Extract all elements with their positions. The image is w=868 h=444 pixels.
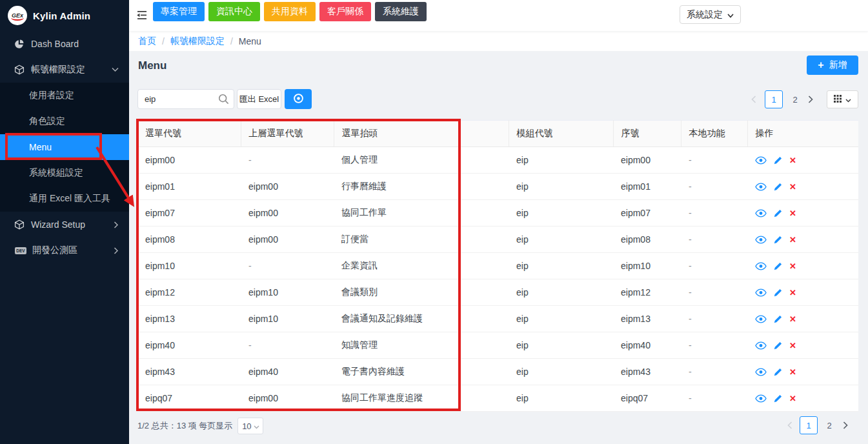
cell-local-function: - (681, 227, 747, 253)
edit-pencil-icon[interactable] (774, 183, 782, 191)
delete-x-icon[interactable]: ✕ (789, 209, 796, 217)
module-button-project[interactable]: 專案管理 (153, 2, 205, 21)
cell-menu-code: eipm10 (137, 253, 241, 279)
sidebar-item-role-settings[interactable]: 角色設定 (0, 108, 129, 134)
cell-menu-title: 會議通知及記錄維護 (334, 306, 509, 332)
app-logo: GEx (8, 6, 27, 25)
cell-menu-title: 行事曆維護 (334, 174, 509, 200)
col-header-menu-title: 選單抬頭 (334, 121, 509, 147)
sidebar-item-excel-import-tool[interactable]: 通用 Excel 匯入工具 (0, 186, 129, 212)
cell-module-code: eip (509, 200, 613, 227)
search-icon[interactable] (218, 94, 229, 106)
add-button[interactable]: + 新增 (807, 56, 858, 75)
pagination-top-page-2[interactable]: 2 (786, 90, 804, 108)
cell-menu-code: eipm01 (137, 174, 241, 200)
system-settings-dropdown[interactable]: 系統設定 (680, 5, 741, 24)
delete-x-icon[interactable]: ✕ (789, 315, 796, 323)
view-eye-icon[interactable] (755, 288, 767, 297)
edit-pencil-icon[interactable] (774, 156, 782, 165)
cell-module-code: eip (509, 253, 613, 279)
edit-pencil-icon[interactable] (774, 236, 782, 244)
delete-x-icon[interactable]: ✕ (789, 183, 796, 191)
cell-module-code: eip (509, 147, 613, 174)
cell-menu-code: eipm12 (137, 279, 241, 306)
pagination-top-next-icon[interactable] (805, 94, 816, 105)
sidebar-submenu: 使用者設定 角色設定 Menu 系統模組設定 通用 Excel 匯入工具 (0, 83, 129, 212)
sidebar-logo-row: GEx Kylin Admin (0, 0, 129, 31)
pagination-top-prev-icon[interactable] (749, 94, 759, 105)
edit-pencil-icon[interactable] (774, 341, 782, 350)
delete-x-icon[interactable]: ✕ (789, 236, 796, 244)
sidebar-item-label: 帳號權限設定 (31, 64, 85, 76)
edit-pencil-icon[interactable] (774, 288, 782, 297)
edit-pencil-icon[interactable] (774, 394, 782, 403)
module-button-group: 專案管理 資訊中心 共用資料 客戶關係 系統維護 (153, 2, 427, 21)
sidebar-item-wizard-setup[interactable]: Wizard Setup (0, 212, 129, 237)
pagination-bottom-next-icon[interactable] (840, 420, 851, 430)
sidebar-item-dev-area[interactable]: DEV 開發公測區 (0, 237, 129, 263)
app-title: Kylin Admin (33, 10, 90, 21)
table-row: eipm01 eipm00 行事曆維護 eip eipm01 - (137, 174, 858, 200)
breadcrumb-home-link[interactable]: 首页 (138, 35, 156, 47)
delete-x-icon[interactable]: ✕ (789, 156, 796, 165)
view-eye-icon[interactable] (755, 368, 767, 376)
view-eye-icon[interactable] (755, 236, 767, 244)
module-button-shared-data[interactable]: 共用資料 (264, 2, 316, 21)
cell-actions: ✕ (747, 279, 858, 306)
breadcrumb-section-link[interactable]: 帳號權限設定 (170, 35, 225, 47)
module-button-system-maintenance[interactable]: 系統維護 (375, 2, 427, 21)
cell-parent-code: eipm00 (241, 200, 334, 227)
view-eye-icon[interactable] (755, 341, 767, 350)
sidebar-item-account-permissions[interactable]: 帳號權限設定 (0, 57, 129, 83)
pagination-top-page-1[interactable]: 1 (765, 90, 783, 108)
module-button-info-center[interactable]: 資訊中心 (208, 2, 260, 21)
target-filter-button[interactable] (285, 89, 312, 109)
cell-module-code: eip (509, 279, 613, 306)
col-header-parent-code: 上層選單代號 (241, 121, 334, 147)
edit-pencil-icon[interactable] (774, 262, 782, 270)
sidebar-item-user-settings[interactable]: 使用者設定 (0, 83, 129, 108)
table-header: 選單代號 上層選單代號 選單抬頭 模組代號 序號 本地功能 操作 (137, 121, 858, 147)
view-eye-icon[interactable] (755, 394, 767, 403)
cell-actions: ✕ (747, 359, 858, 385)
edit-pencil-icon[interactable] (774, 209, 782, 217)
view-eye-icon[interactable] (755, 315, 767, 323)
sidebar-item-dashboard[interactable]: Dash Board (0, 31, 129, 57)
export-excel-button[interactable]: 匯出 Excel (237, 89, 281, 109)
delete-x-icon[interactable]: ✕ (789, 394, 796, 403)
cell-menu-title: 電子書內容維護 (334, 359, 509, 385)
col-header-menu-code: 選單代號 (137, 121, 241, 147)
cell-local-function: - (681, 279, 747, 306)
pagination-bottom-page-1[interactable]: 1 (800, 416, 818, 434)
pagination-bottom-prev-icon[interactable] (785, 420, 795, 430)
sidebar-item-label: Wizard Setup (31, 219, 85, 230)
cell-parent-code: - (241, 253, 334, 279)
sidebar-item-menu-active[interactable]: Menu (0, 134, 129, 160)
cell-sequence: eipm07 (613, 200, 681, 227)
bullseye-icon (293, 93, 304, 106)
cell-menu-title: 企業資訊 (334, 253, 509, 279)
delete-x-icon[interactable]: ✕ (789, 341, 796, 350)
table-footer: 1/2 总共：13 项 每页显示 10 (137, 417, 263, 435)
chevron-down-icon (254, 421, 259, 431)
view-eye-icon[interactable] (755, 262, 767, 270)
delete-x-icon[interactable]: ✕ (789, 368, 796, 376)
view-eye-icon[interactable] (755, 209, 767, 217)
delete-x-icon[interactable]: ✕ (789, 262, 796, 270)
view-eye-icon[interactable] (755, 156, 767, 165)
module-button-crm[interactable]: 客戶關係 (319, 2, 371, 21)
column-settings-dropdown[interactable] (827, 90, 858, 108)
cell-parent-code: eipm00 (241, 385, 334, 412)
edit-pencil-icon[interactable] (774, 315, 782, 323)
delete-x-icon[interactable]: ✕ (789, 288, 796, 297)
cell-sequence: eipm01 (613, 174, 681, 200)
edit-pencil-icon[interactable] (774, 368, 782, 376)
sidebar-collapse-icon[interactable] (136, 10, 148, 23)
view-eye-icon[interactable] (755, 183, 767, 191)
sidebar-item-system-module-settings[interactable]: 系統模組設定 (0, 160, 129, 186)
cell-local-function: - (681, 174, 747, 200)
page-size-select[interactable]: 10 (237, 418, 263, 434)
pagination-bottom-page-2[interactable]: 2 (820, 416, 838, 434)
cell-local-function: - (681, 359, 747, 385)
cell-sequence: eipm40 (613, 332, 681, 359)
